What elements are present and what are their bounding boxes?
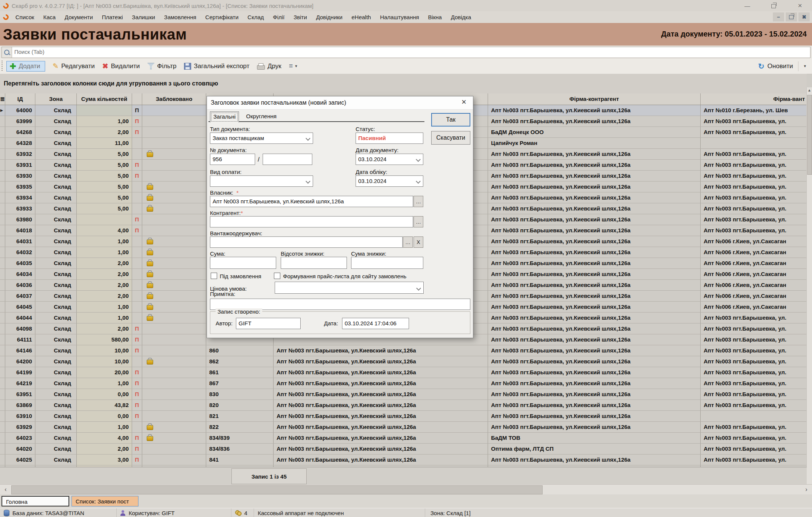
dialog-title: Заголовок заявки постачальникам (новий з… bbox=[207, 99, 346, 106]
menu-item-ehealth[interactable]: eHealth bbox=[351, 14, 371, 20]
search-input[interactable]: Поиск (Tab) bbox=[2, 47, 810, 58]
tab-list-requests[interactable]: Список: Заявки пост ... bbox=[71, 496, 138, 506]
pricelist-checkbox[interactable] bbox=[274, 273, 280, 279]
column-header-blocked[interactable]: Заблоковано bbox=[142, 93, 206, 105]
menu-item-налаштування[interactable]: Налаштування bbox=[380, 14, 419, 20]
tab-home[interactable]: Головна bbox=[2, 496, 69, 506]
scroll-right-icon[interactable]: › bbox=[801, 485, 811, 494]
close-button[interactable]: × bbox=[795, 2, 804, 10]
menu-item-філії[interactable]: Філії bbox=[273, 14, 284, 20]
cell-sum: 11,00 bbox=[77, 138, 132, 148]
owner-browse-button[interactable]: … bbox=[414, 196, 423, 207]
table-row[interactable]: 64199Склад20,00П861Апт №003 пгт.Барышевк… bbox=[0, 367, 807, 378]
contractor-browse-button[interactable]: … bbox=[414, 216, 423, 227]
dialog-title-bar[interactable]: Заголовок заявки постачальникам (новий з… bbox=[207, 96, 473, 110]
minimize-button[interactable]: — bbox=[743, 3, 752, 9]
consignee-field[interactable] bbox=[210, 236, 403, 248]
author-field[interactable]: GIFT bbox=[236, 318, 301, 329]
menu-item-довідники[interactable]: Довідники bbox=[316, 14, 342, 20]
delete-button[interactable]: ✖ Видалити bbox=[102, 62, 140, 70]
cell-id: 64037 bbox=[5, 291, 35, 301]
column-header-consignee[interactable]: Фірма-вант bbox=[701, 93, 807, 105]
scroll-left-icon[interactable]: ‹ bbox=[1, 485, 11, 494]
consignee-browse-button[interactable]: … bbox=[403, 236, 413, 248]
cell-doc-number: 822 bbox=[206, 422, 274, 432]
column-header-p[interactable] bbox=[132, 93, 142, 105]
contractor-field[interactable] bbox=[210, 216, 413, 227]
menu-item-каса[interactable]: Каса bbox=[43, 14, 56, 20]
created-date-field[interactable]: 03.10.2024 17:04:06 bbox=[342, 318, 409, 329]
table-row[interactable]: 64025Склад3,00П841Апт №003 пгт.Барышевка… bbox=[0, 454, 807, 465]
menu-item-сертифікати[interactable]: Сертифікати bbox=[205, 14, 239, 20]
doc-date-combobox[interactable]: 03.10.2024 bbox=[356, 154, 423, 165]
table-row[interactable]: 64146Склад10,00П860Апт №003 пгт.Барышевк… bbox=[0, 345, 807, 356]
horizontal-scroll-thumb[interactable] bbox=[11, 485, 543, 494]
table-row[interactable]: 64020Склад2,00П834/836Апт №003 пгт.Барыш… bbox=[0, 444, 807, 454]
menu-item-звіти[interactable]: Звіти bbox=[293, 14, 307, 20]
chevron-down-icon[interactable] bbox=[416, 179, 421, 184]
horizontal-scrollbar[interactable]: ‹ › bbox=[0, 484, 812, 495]
edit-button[interactable]: ✎ Редагувати bbox=[53, 62, 95, 70]
menu-item-платежі[interactable]: Платежі bbox=[102, 14, 123, 20]
chevron-down-icon[interactable] bbox=[306, 179, 310, 184]
owner-field[interactable]: Апт №003 пгт.Барышевка, ул.Киевский шлях… bbox=[210, 196, 413, 207]
table-row[interactable]: 63951Склад0,00П830Апт №003 пгт.Барышевка… bbox=[0, 389, 807, 400]
mdi-restore-button[interactable] bbox=[786, 12, 797, 21]
toolbar-grip[interactable] bbox=[2, 61, 3, 72]
doc-num2-field[interactable] bbox=[263, 154, 312, 165]
export-button[interactable]: Загальний експорт bbox=[184, 63, 249, 70]
print-button[interactable]: Друк bbox=[257, 63, 281, 70]
menu-item-склад[interactable]: Склад bbox=[248, 14, 264, 20]
pay-type-combobox[interactable] bbox=[210, 175, 313, 187]
dialog-tab-general[interactable]: Загальні bbox=[210, 111, 239, 123]
menu-item-залишки[interactable]: Залишки bbox=[132, 14, 155, 20]
table-row[interactable]: 64023Склад4,00П834/839Апт №003 пгт.Барыш… bbox=[0, 433, 807, 444]
refresh-button[interactable]: ↻ Оновити ▾ bbox=[758, 61, 806, 71]
vertical-scrollbar[interactable]: ▲ bbox=[806, 87, 812, 484]
table-row[interactable]: 63929Склад1,00822Апт №003 пгт.Барышевка,… bbox=[0, 422, 807, 433]
table-row[interactable]: 64200Склад10,00862Апт №003 пгт.Барышевка… bbox=[0, 356, 807, 367]
sum-field[interactable] bbox=[210, 257, 276, 269]
chevron-down-icon[interactable] bbox=[306, 136, 310, 141]
discount-pct-field[interactable] bbox=[281, 257, 347, 269]
menu-item-довідка[interactable]: Довідка bbox=[451, 14, 471, 20]
consignee-clear-button[interactable]: X bbox=[414, 236, 423, 248]
menu-item-вікна[interactable]: Вікна bbox=[428, 14, 442, 20]
column-header-contractor[interactable]: Фірма-контрагент bbox=[488, 93, 701, 105]
under-order-checkbox[interactable] bbox=[211, 273, 217, 279]
column-header-id[interactable]: ІД bbox=[5, 93, 35, 105]
column-header-sum[interactable]: Сума кількостей bbox=[77, 93, 132, 105]
ok-button[interactable]: Так bbox=[431, 113, 470, 127]
menu-item-замовлення[interactable]: Замовлення bbox=[164, 14, 196, 20]
table-row[interactable]: 63869Склад43,82П820Апт №003 пгт.Барышевк… bbox=[0, 400, 807, 411]
discount-sum-field[interactable] bbox=[351, 257, 423, 269]
price-cond-combobox[interactable] bbox=[275, 282, 424, 294]
table-row[interactable]: 63910Склад0,00П821Апт №003 пгт.Барышевка… bbox=[0, 411, 807, 422]
dialog-close-button[interactable]: × bbox=[459, 97, 469, 107]
filter-button[interactable]: Фільтр bbox=[147, 63, 176, 70]
column-header-zone[interactable]: Зона bbox=[35, 93, 77, 105]
cancel-button[interactable]: Скасувати bbox=[431, 131, 470, 145]
scroll-up-icon[interactable]: ▲ bbox=[807, 88, 812, 92]
mdi-close-button[interactable]: ✖ bbox=[798, 12, 810, 21]
acc-date-combobox[interactable]: 03.10.2024 bbox=[356, 175, 423, 187]
database-icon bbox=[4, 510, 9, 516]
table-row[interactable]: 64219Склад1,00П867Апт №003 пгт.Барышевка… bbox=[0, 378, 807, 389]
zone-status: Зона: Склад [1] bbox=[430, 510, 471, 516]
doc-num-field[interactable]: 956 bbox=[210, 154, 255, 165]
chevron-down-icon[interactable] bbox=[416, 286, 421, 291]
add-button[interactable]: ✚ Додати bbox=[6, 61, 45, 72]
mdi-minimize-button[interactable]: – bbox=[773, 12, 784, 21]
menu-item-документи[interactable]: Документи bbox=[65, 14, 93, 20]
vertical-scroll-thumb[interactable] bbox=[807, 95, 812, 175]
grid-corner-grip-icon[interactable]: ≣ bbox=[0, 93, 5, 105]
cell-p-marker: П bbox=[132, 171, 142, 181]
sort-menu-button[interactable]: ≡ ▾ bbox=[289, 62, 297, 70]
doc-type-combobox[interactable]: Заказ поставщикам bbox=[210, 133, 313, 144]
menu-item-список[interactable]: Список bbox=[15, 14, 34, 20]
cell-p-marker: П bbox=[132, 160, 142, 170]
search-icon-box[interactable] bbox=[2, 47, 12, 58]
chevron-down-icon[interactable] bbox=[416, 157, 421, 162]
restore-button[interactable] bbox=[769, 3, 778, 9]
dialog-tab-rounding[interactable]: Округлення bbox=[243, 111, 280, 122]
